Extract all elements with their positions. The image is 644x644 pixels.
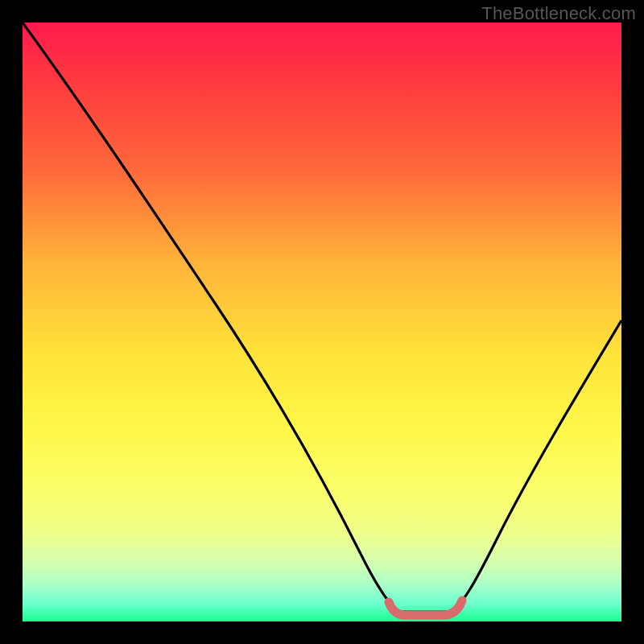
- optimal-band-marker: [389, 601, 462, 615]
- watermark-text: TheBottleneck.com: [481, 3, 636, 24]
- plot-area: [23, 23, 621, 621]
- bottleneck-curve: [23, 23, 621, 612]
- curve-layer: [23, 23, 621, 621]
- chart-frame: TheBottleneck.com: [0, 0, 644, 644]
